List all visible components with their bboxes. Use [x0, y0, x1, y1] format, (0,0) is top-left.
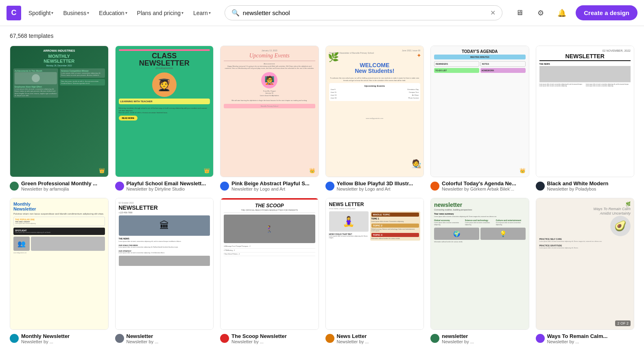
card-title: Pink Beige Abstract Playful S... [231, 180, 310, 186]
avatar [325, 182, 334, 191]
card-image-colorful-agenda: TODAY'S AGENDA MEETING MINUTES REMINDERS… [430, 46, 529, 177]
card-meta-playful-school: Playful School Email Newslett... Newslet… [115, 180, 214, 191]
card-image-calm: 🌿 Ways To Remain CalmAmidst Uncertainty … [536, 198, 635, 329]
avatar [10, 334, 19, 343]
desktop-icon-btn[interactable]: 🖥 [512, 6, 527, 20]
favorite-icon[interactable]: ☆ [625, 202, 631, 209]
template-card-pink-beige[interactable]: January 13, 2023 Upcoming Events Announc… [220, 46, 319, 191]
card-meta-monthly-newsletter: Monthly Newsletter Newsletter by ... [10, 333, 109, 344]
settings-icon-btn[interactable]: ⚙ [533, 6, 548, 20]
search-icon: 🔍 [231, 9, 240, 17]
card-meta-bw-newsletter2: Newsletter Newsletter by ... [115, 333, 214, 344]
template-grid: ARROWAI INDUSTRIES MONTHLYNEWSLETTER Mon… [10, 46, 634, 344]
clear-icon[interactable]: ✕ [490, 9, 496, 17]
avatar [325, 334, 334, 343]
template-card-colorful-agenda[interactable]: TODAY'S AGENDA MEETING MINUTES REMINDERS… [430, 46, 529, 191]
template-card-yellow-blue[interactable]: June 2022, Issue 08 The Official Newslet… [325, 46, 424, 191]
avatar [430, 334, 439, 343]
card-title: Yellow Blue Playful 3D Illustr... [337, 180, 413, 186]
card-meta-scoop: The Scoop Newsletter Newsletter by ... [220, 333, 319, 344]
page-badge: 2 OF 2 [615, 320, 631, 326]
card-meta-pink-beige: Pink Beige Abstract Playful S... Newslet… [220, 180, 319, 191]
create-design-button[interactable]: Create a design [576, 5, 637, 20]
avatar [115, 182, 124, 191]
card-title: Ways To Remain Calm... [547, 333, 608, 339]
card-image-scoop: THE SCOOP THE OFFICIAL BEECHTOWN NEWSLET… [220, 198, 319, 329]
chevron-down-icon: ▾ [125, 11, 127, 15]
card-meta-yellow-blue: Yellow Blue Playful 3D Illustr... Newsle… [325, 180, 424, 191]
nav-items: Spotlight ▾ Business ▾ Education ▾ Plans… [24, 7, 215, 20]
pro-badge: 👑 [309, 168, 315, 173]
nav-item-business[interactable]: Business ▾ [59, 7, 93, 20]
card-image-bw-newsletter2: 02 October 2022 NEWSLETTER +123-456-7890… [115, 198, 214, 329]
template-card-green-professional[interactable]: ARROWAI INDUSTRIES MONTHLYNEWSLETTER Mon… [10, 46, 109, 191]
card-author: Newsletter by Logo and Art [231, 186, 310, 191]
card-author: Newsletter by ... [127, 339, 159, 344]
chevron-down-icon: ▾ [51, 11, 53, 15]
card-author: Newsletter by ... [547, 339, 608, 344]
avatar [430, 182, 439, 191]
card-image-bw-modern: 02 NOVEMBER, 2022 NEWSLETTER THE NEWS Lo… [536, 46, 635, 177]
card-image-yellow-blue: June 2022, Issue 08 The Official Newslet… [325, 46, 424, 177]
nav-item-business-label: Business [63, 10, 86, 16]
pro-badge: 👑 [520, 168, 526, 173]
nav-item-plans[interactable]: Plans and pricing ▾ [133, 7, 188, 20]
search-bar: 🔍 ✕ [225, 5, 502, 20]
template-card-news-letter[interactable]: NEWS LETTER TITLE HERE | ISSUE 5 | 07/11… [325, 198, 424, 344]
pro-badge: 👑 [204, 168, 210, 173]
card-author: Newsletter by Görkem Arbak Bilek'... [442, 186, 516, 191]
nav-item-learn-label: Learn [193, 10, 208, 16]
chevron-down-icon: ▾ [181, 11, 183, 15]
card-title: Colorful Today's Agenda Ne... [442, 180, 516, 186]
avatar [220, 182, 229, 191]
card-author: Newsletter by ... [231, 339, 287, 344]
card-title: Black and White Modern [547, 180, 609, 186]
template-card-bw-newsletter2[interactable]: 02 October 2022 NEWSLETTER +123-456-7890… [115, 198, 214, 344]
card-title: Playful School Email Newslett... [127, 180, 206, 186]
avatar [536, 182, 545, 191]
template-card-monthly-newsletter[interactable]: MonthlyNewsletter Pulvinar etiam non lac… [10, 198, 109, 344]
card-title: newsletter [442, 333, 474, 339]
avatar [10, 182, 19, 191]
card-title: Monthly Newsletter [21, 333, 70, 339]
card-author: Newsletter by Logo and Art [337, 186, 413, 191]
nav-item-spotlight[interactable]: Spotlight ▾ [24, 7, 57, 20]
card-meta-green-newsletter: newsletter Newsletter by ... [430, 333, 529, 344]
navbar: C Spotlight ▾ Business ▾ Education ▾ Pla… [0, 0, 644, 26]
card-title: News Letter [337, 333, 369, 339]
avatar [536, 334, 545, 343]
card-author: Newsletter by Poladybos [547, 186, 609, 191]
main-content: 67,568 templates ARROWAI INDUSTRIES MONT… [0, 26, 644, 351]
card-meta-green-professional: Green Professional Monthly ... Newslette… [10, 180, 109, 191]
card-author: Newsletter by ... [337, 339, 369, 344]
chevron-down-icon: ▾ [209, 11, 211, 15]
card-meta-calm: Ways To Remain Calm... Newsletter by ... [536, 333, 635, 344]
template-card-scoop[interactable]: THE SCOOP THE OFFICIAL BEECHTOWN NEWSLET… [220, 198, 319, 344]
template-card-bw-modern[interactable]: 02 NOVEMBER, 2022 NEWSLETTER THE NEWS Lo… [536, 46, 635, 191]
logo[interactable]: C [7, 6, 21, 20]
search-input[interactable] [243, 9, 487, 16]
card-author: Newsletter by ... [442, 339, 474, 344]
card-image-monthly-newsletter: MonthlyNewsletter Pulvinar etiam non lac… [10, 198, 109, 329]
avatar [220, 334, 229, 343]
card-title: Newsletter [127, 333, 159, 339]
chevron-down-icon: ▾ [87, 11, 89, 15]
avatar [115, 334, 124, 343]
card-author: Newsletter by Dirtyline Studio [127, 186, 206, 191]
card-meta-news-letter: News Letter Newsletter by ... [325, 333, 424, 344]
card-author: Newsletter by ... [21, 339, 70, 344]
card-image-green-professional: ARROWAI INDUSTRIES MONTHLYNEWSLETTER Mon… [10, 46, 109, 177]
card-author: Newsletter by arfamojila [21, 186, 97, 191]
result-count: 67,568 templates [10, 33, 634, 39]
card-image-playful-school: CLASSNEWSLETTER @reallygreatsite 🧑‍🎓 LEA… [115, 46, 214, 177]
nav-item-education[interactable]: Education ▾ [95, 7, 131, 20]
template-card-green-newsletter[interactable]: newsletter Connecting realities, buildin… [430, 198, 529, 344]
nav-item-learn[interactable]: Learn ▾ [189, 7, 215, 20]
template-card-calm[interactable]: 🌿 Ways To Remain CalmAmidst Uncertainty … [536, 198, 635, 344]
card-meta-bw-modern: Black and White Modern Newsletter by Pol… [536, 180, 635, 191]
notifications-icon-btn[interactable]: 🔔 [554, 6, 569, 20]
nav-right: 🖥 ⚙ 🔔 Create a design [512, 5, 637, 20]
template-card-playful-school[interactable]: CLASSNEWSLETTER @reallygreatsite 🧑‍🎓 LEA… [115, 46, 214, 191]
card-image-pink-beige: January 13, 2023 Upcoming Events Announc… [220, 46, 319, 177]
card-image-green-newsletter: newsletter Connecting realities, buildin… [430, 198, 529, 329]
